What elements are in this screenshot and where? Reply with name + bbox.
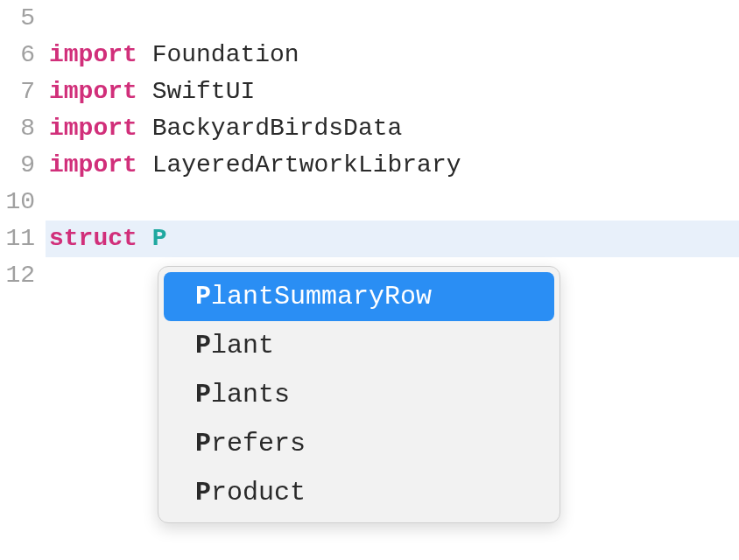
autocomplete-match: P xyxy=(195,282,211,312)
keyword-struct: struct xyxy=(49,225,137,252)
code-line[interactable]: import SwiftUI xyxy=(46,74,739,110)
line-number: 9 xyxy=(0,147,46,184)
autocomplete-match: P xyxy=(195,331,211,360)
autocomplete-rest: refers xyxy=(211,429,306,458)
code-line[interactable] xyxy=(46,184,739,220)
line-number-gutter: 5 6 7 8 9 10 11 12 xyxy=(0,0,46,560)
line-number: 11 xyxy=(0,220,46,257)
keyword-import: import xyxy=(49,78,137,105)
autocomplete-rest: lantSummaryRow xyxy=(211,282,432,312)
autocomplete-rest: lants xyxy=(211,380,290,410)
autocomplete-item[interactable]: Prefers xyxy=(164,419,554,468)
module-name: BackyardBirdsData xyxy=(152,115,403,142)
module-name: SwiftUI xyxy=(152,78,256,105)
autocomplete-popup[interactable]: PlantSummaryRow Plant Plants Prefers Pro… xyxy=(158,266,560,523)
autocomplete-match: P xyxy=(195,478,211,508)
line-number: 10 xyxy=(0,184,46,220)
keyword-import: import xyxy=(49,151,137,178)
code-line[interactable]: import Foundation xyxy=(46,37,739,74)
line-number: 5 xyxy=(0,0,46,37)
autocomplete-item[interactable]: Product xyxy=(164,468,554,517)
typed-identifier: P xyxy=(152,225,167,252)
line-number: 7 xyxy=(0,74,46,110)
autocomplete-rest: roduct xyxy=(211,478,306,508)
autocomplete-rest: lant xyxy=(211,331,274,360)
module-name: Foundation xyxy=(152,41,299,68)
line-number: 6 xyxy=(0,37,46,74)
keyword-import: import xyxy=(49,115,137,142)
autocomplete-match: P xyxy=(195,429,211,458)
line-number: 8 xyxy=(0,110,46,147)
code-line[interactable] xyxy=(46,0,739,37)
autocomplete-item[interactable]: Plant xyxy=(164,321,554,370)
autocomplete-match: P xyxy=(195,380,211,410)
code-area[interactable]: import Foundation import SwiftUI import … xyxy=(46,0,739,560)
code-editor: 5 6 7 8 9 10 11 12 import Foundation imp… xyxy=(0,0,739,560)
autocomplete-item[interactable]: PlantSummaryRow xyxy=(164,272,554,321)
autocomplete-item[interactable]: Plants xyxy=(164,370,554,419)
code-line-active[interactable]: struct P xyxy=(46,220,739,257)
line-number: 12 xyxy=(0,257,46,294)
code-line[interactable]: import BackyardBirdsData xyxy=(46,110,739,147)
module-name: LayeredArtworkLibrary xyxy=(152,151,461,178)
keyword-import: import xyxy=(49,41,137,68)
code-line[interactable]: import LayeredArtworkLibrary xyxy=(46,147,739,184)
